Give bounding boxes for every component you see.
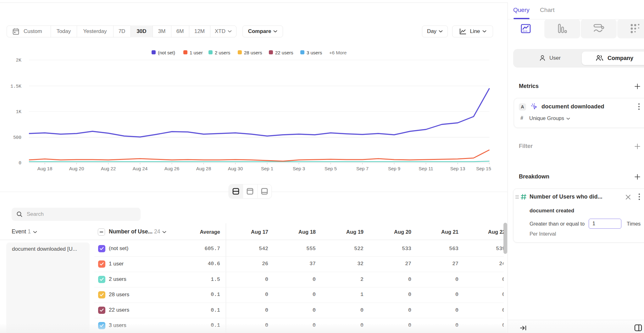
svg-text:Sep 13: Sep 13 <box>450 166 465 171</box>
svg-text:0: 0 <box>19 161 21 166</box>
svg-text:Aug 30: Aug 30 <box>228 166 243 171</box>
svg-text:Sep 15: Sep 15 <box>476 166 491 171</box>
svg-text:Aug 28: Aug 28 <box>196 166 211 171</box>
svg-text:500: 500 <box>13 135 21 140</box>
svg-text:1K: 1K <box>16 109 22 114</box>
svg-text:1.5K: 1.5K <box>10 84 21 89</box>
svg-text:Sep 7: Sep 7 <box>356 166 369 171</box>
svg-text:Sep 3: Sep 3 <box>293 166 305 171</box>
svg-text:Aug 22: Aug 22 <box>101 166 116 171</box>
svg-text:Aug 18: Aug 18 <box>37 166 53 171</box>
svg-text:Aug 20: Aug 20 <box>69 166 84 171</box>
svg-text:Sep 1: Sep 1 <box>261 166 273 171</box>
svg-text:Aug 24: Aug 24 <box>133 166 148 171</box>
svg-text:Sep 11: Sep 11 <box>419 166 433 171</box>
svg-text:Sep 5: Sep 5 <box>325 166 337 171</box>
svg-text:Aug 26: Aug 26 <box>164 166 180 171</box>
svg-text:Sep 9: Sep 9 <box>388 166 400 171</box>
svg-text:2K: 2K <box>16 58 22 63</box>
